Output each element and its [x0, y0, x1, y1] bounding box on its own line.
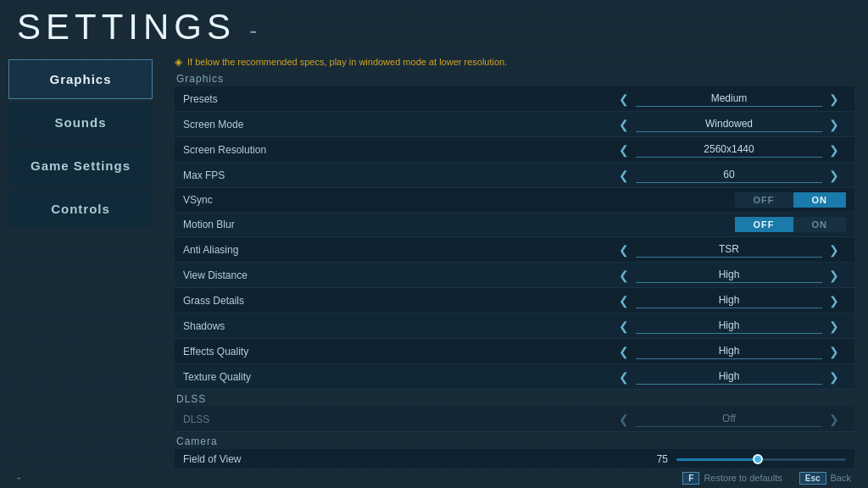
- toggle-motion-blur: OFFON: [353, 217, 846, 232]
- row-effects-quality: Effects Quality❮High❯: [175, 339, 854, 364]
- slider-track-fov[interactable]: [676, 458, 846, 461]
- control-motion-blur: OFFON: [344, 213, 854, 237]
- arrow-left-shadows[interactable]: ❮: [612, 320, 636, 332]
- arrow-left-screen-mode[interactable]: ❮: [612, 119, 636, 130]
- row-motion-blur: Motion BlurOFFON: [175, 213, 854, 237]
- arrow-select-texture-quality: ❮High❯: [353, 369, 846, 385]
- toggle-on-motion-blur[interactable]: ON: [793, 217, 847, 232]
- control-vsync: OFFON: [344, 188, 854, 213]
- sidebar-item-game-settings[interactable]: Game Settings: [8, 146, 153, 186]
- arrow-right-grass-details[interactable]: ❯: [822, 295, 846, 307]
- back-key: Esc: [799, 472, 826, 485]
- row-vsync: VSyncOFFON: [175, 188, 854, 213]
- arrow-left-dlss[interactable]: ❮: [612, 413, 636, 425]
- arrow-left-screen-resolution[interactable]: ❮: [612, 144, 636, 156]
- arrow-right-effects-quality[interactable]: ❯: [822, 346, 846, 358]
- arrow-left-texture-quality[interactable]: ❮: [612, 371, 636, 383]
- arrow-right-presets[interactable]: ❯: [822, 93, 846, 105]
- section-camera-header: Camera: [175, 432, 854, 449]
- arrow-right-screen-resolution[interactable]: ❯: [822, 144, 846, 156]
- section-dlss-header: DLSS: [175, 390, 854, 407]
- footer-dash-left: -: [17, 471, 21, 485]
- toggle-on-vsync[interactable]: ON: [793, 192, 847, 208]
- arrow-select-view-distance: ❮High❯: [353, 267, 846, 283]
- arrow-right-shadows[interactable]: ❯: [822, 320, 846, 332]
- header-dash: -: [249, 17, 257, 44]
- control-dlss: ❮Off❯: [344, 407, 854, 432]
- toggle-vsync: OFFON: [353, 192, 846, 208]
- control-grass-details: ❮High❯: [344, 288, 854, 313]
- back-action[interactable]: Esc Back: [799, 472, 851, 485]
- label-screen-resolution: Screen Resolution: [175, 137, 344, 163]
- control-fov: 75: [344, 449, 854, 468]
- graphics-table: Presets❮Medium❯Screen Mode❮Windowed❯Scre…: [175, 86, 854, 390]
- row-presets: Presets❮Medium❯: [175, 86, 854, 112]
- sidebar-item-sounds[interactable]: Sounds: [8, 103, 153, 142]
- footer: - F Restore to defaults Esc Back: [0, 468, 868, 488]
- arrow-select-screen-resolution: ❮2560x1440❯: [353, 141, 846, 158]
- arrow-right-anti-aliasing[interactable]: ❯: [822, 244, 846, 256]
- slider-thumb-fov[interactable]: [753, 454, 763, 464]
- arrow-select-dlss: ❮Off❯: [353, 411, 846, 427]
- row-dlss: DLSS❮Off❯: [175, 407, 854, 432]
- arrow-right-view-distance[interactable]: ❯: [822, 269, 846, 281]
- arrow-left-grass-details[interactable]: ❮: [612, 295, 636, 307]
- arrow-value-screen-mode: Windowed: [636, 116, 822, 132]
- arrow-value-screen-resolution: 2560x1440: [636, 141, 822, 158]
- toggle-off-motion-blur[interactable]: OFF: [735, 217, 793, 232]
- arrow-select-max-fps: ❮60❯: [353, 167, 846, 183]
- arrow-select-shadows: ❮High❯: [353, 318, 846, 334]
- arrow-right-screen-mode[interactable]: ❯: [822, 119, 846, 130]
- warning-icon: ◈: [175, 56, 182, 68]
- label-max-fps: Max FPS: [175, 163, 344, 188]
- label-screen-mode: Screen Mode: [175, 112, 344, 137]
- control-screen-resolution: ❮2560x1440❯: [344, 137, 854, 163]
- control-screen-mode: ❮Windowed❯: [344, 112, 854, 137]
- arrow-value-shadows: High: [636, 318, 822, 334]
- control-view-distance: ❮High❯: [344, 263, 854, 288]
- control-max-fps: ❮60❯: [344, 163, 854, 188]
- arrow-left-max-fps[interactable]: ❮: [612, 169, 636, 181]
- arrow-value-effects-quality: High: [636, 343, 822, 359]
- arrow-right-texture-quality[interactable]: ❯: [822, 371, 846, 383]
- arrow-left-view-distance[interactable]: ❮: [612, 269, 636, 281]
- camera-table: Field of View75Camera ShakeOFFONRide Cam…: [175, 449, 854, 468]
- sidebar: GraphicsSoundsGame SettingsControls: [0, 51, 161, 468]
- restore-key: F: [682, 472, 699, 485]
- label-shadows: Shadows: [175, 313, 344, 339]
- arrow-value-view-distance: High: [636, 267, 822, 283]
- label-fov: Field of View: [175, 449, 344, 468]
- arrow-value-presets: Medium: [636, 91, 822, 107]
- arrow-left-anti-aliasing[interactable]: ❮: [612, 244, 636, 256]
- restore-defaults[interactable]: F Restore to defaults: [682, 472, 782, 485]
- control-effects-quality: ❮High❯: [344, 339, 854, 364]
- sidebar-item-graphics[interactable]: Graphics: [8, 59, 153, 99]
- row-texture-quality: Texture Quality❮High❯: [175, 364, 854, 390]
- control-anti-aliasing: ❮TSR❯: [344, 237, 854, 263]
- section-graphics-header: Graphics: [175, 69, 854, 86]
- label-motion-blur: Motion Blur: [175, 213, 344, 237]
- sidebar-item-controls[interactable]: Controls: [8, 189, 153, 229]
- row-shadows: Shadows❮High❯: [175, 313, 854, 339]
- arrow-right-max-fps[interactable]: ❯: [822, 169, 846, 181]
- label-dlss: DLSS: [175, 407, 344, 432]
- arrow-value-grass-details: High: [636, 292, 822, 308]
- label-grass-details: Grass Details: [175, 288, 344, 313]
- arrow-right-dlss[interactable]: ❯: [822, 413, 846, 425]
- arrow-left-presets[interactable]: ❮: [612, 93, 636, 105]
- toggle-off-vsync[interactable]: OFF: [735, 192, 793, 208]
- arrow-value-texture-quality: High: [636, 369, 822, 385]
- warning-banner: ◈ If below the recommended specs, play i…: [175, 53, 854, 69]
- header: SETTINGS -: [0, 0, 868, 51]
- content-area[interactable]: ◈ If below the recommended specs, play i…: [161, 51, 868, 468]
- restore-label: Restore to defaults: [704, 473, 782, 483]
- settings-page: SETTINGS - GraphicsSoundsGame SettingsCo…: [0, 0, 868, 488]
- row-fov: Field of View75: [175, 449, 854, 468]
- page-title: SETTINGS: [17, 7, 236, 47]
- dlss-table: DLSS❮Off❯: [175, 407, 854, 432]
- control-shadows: ❮High❯: [344, 313, 854, 339]
- arrow-select-presets: ❮Medium❯: [353, 91, 846, 107]
- label-vsync: VSync: [175, 188, 344, 213]
- label-effects-quality: Effects Quality: [175, 339, 344, 364]
- arrow-left-effects-quality[interactable]: ❮: [612, 346, 636, 358]
